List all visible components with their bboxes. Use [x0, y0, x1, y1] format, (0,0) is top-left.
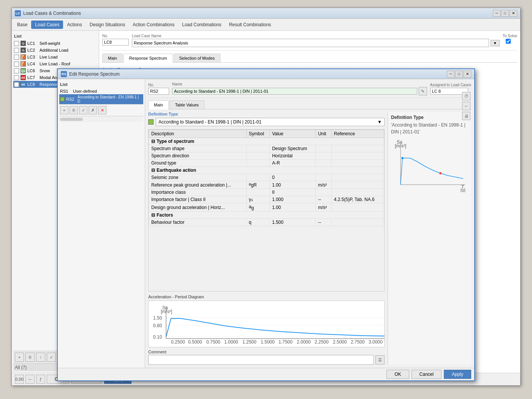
rs-name-edit-btn[interactable]: ✎ [419, 87, 427, 95]
dialog-bottom-buttons: OK Cancel Apply [386, 370, 471, 379]
lc2-checkbox[interactable] [14, 48, 19, 53]
title-bar: LC Load Cases & Combinations ─ □ ✕ [12, 8, 520, 19]
check-button[interactable]: ✓ [47, 353, 56, 362]
def-type-dropdown[interactable]: According to Standard - EN 1998-1 | DIN … [156, 118, 385, 126]
copy-button[interactable]: ⎘ [25, 353, 35, 362]
comment-btn[interactable]: ☰ [375, 355, 385, 364]
lc6-name: Snow [40, 68, 50, 73]
lc1-name: Self-weight [40, 41, 60, 46]
dialog-apply-btn[interactable]: Apply [444, 370, 471, 379]
rt-btn-3[interactable]: 🖨 [462, 112, 470, 120]
load-case-name-input[interactable] [132, 39, 489, 47]
lc8-checkbox[interactable] [14, 82, 19, 87]
to-solve-checkbox[interactable] [506, 39, 511, 44]
svg-text:0.2500: 0.2500 [171, 339, 185, 344]
red-dot [439, 172, 442, 174]
dialog-tab-main[interactable]: Main [148, 100, 169, 109]
menu-load-combinations[interactable]: Load Combinations [178, 21, 225, 29]
behaviour-factor-label: Behaviour factor [149, 219, 247, 226]
list-item-lc1[interactable]: G LC1 Self-weight [13, 40, 97, 47]
list-item-lc3[interactable]: QI A LC3 Live Load [13, 54, 97, 60]
lc7-checkbox[interactable] [14, 75, 19, 80]
dialog-ok-btn[interactable]: OK [386, 370, 409, 379]
export-button[interactable]: ↑ [36, 353, 45, 362]
data-table-container[interactable]: Description Symbol Value Unit Reference [148, 129, 385, 291]
header-row: No. Load Case Name ▼ To Solve [102, 34, 517, 51]
col-reference: Reference [331, 130, 384, 138]
comment-input[interactable] [148, 355, 374, 365]
lc3-num: LC3 [27, 55, 38, 59]
dlg-add-btn[interactable]: + [60, 106, 68, 114]
svg-text:2.5000: 2.5000 [333, 339, 347, 344]
name-section: Load Case Name ▼ [132, 34, 500, 47]
behaviour-factor-symbol: q [246, 219, 269, 226]
rs2-name: According to Standard - EN 1998-1 | D [78, 95, 142, 103]
spectrum-direction-label: Spectrum direction [149, 152, 247, 160]
ref-peak-symbol: agR [246, 181, 269, 189]
dialog-cancel-btn[interactable]: Cancel [412, 370, 442, 379]
lc7-type-icon: AE [21, 75, 26, 80]
dropdown-arrow[interactable]: ▼ [491, 40, 500, 46]
ref-peak-value: 1.00 [269, 181, 315, 189]
table-row: Reference peak ground acceleration |... … [149, 181, 384, 189]
close-button[interactable]: ✕ [510, 10, 517, 17]
table-row: ⊟Factors [149, 212, 384, 219]
svg-text:0.5000: 0.5000 [188, 339, 202, 344]
dialog-tab-table[interactable]: Table Values [169, 100, 204, 109]
dialog-list-toolbar: + ⎘ ✓ ✗ ✕ [59, 104, 143, 116]
definition-type-section: Definition Type According to Standard - … [148, 112, 385, 126]
lc4-checkbox[interactable] [14, 62, 19, 66]
menu-result-combinations[interactable]: Result Combinations [225, 21, 275, 29]
toolbar-btn-2[interactable]: ↔ [25, 375, 35, 384]
info-panel: Definition Type 'According to Standard -… [388, 112, 471, 365]
accel-chart-svg: Sa [m/s²] 1.50 0.80 0.10 0.2500 [150, 302, 385, 344]
minimize-button[interactable]: ─ [493, 10, 500, 17]
menu-design-situations[interactable]: Design Situations [86, 21, 129, 29]
tab-response-spectrum[interactable]: Response Spectrum [124, 54, 173, 63]
toolbar-btn-3[interactable]: ƒ [36, 375, 45, 384]
dlg-delete-btn[interactable]: ✕ [98, 106, 106, 114]
list-item-lc2[interactable]: G LC2 Additional Load [13, 47, 97, 54]
tab-main[interactable]: Main [102, 54, 123, 62]
menu-actions[interactable]: Actions [63, 21, 86, 29]
ref-peak-label: Reference peak ground acceleration |... [149, 181, 247, 189]
dialog-right: No. Name ✎ Assigned to Load Cases Ma [145, 79, 474, 368]
lc3-type-icon: QI A [21, 54, 26, 60]
dialog-list-rs1[interactable]: RS1 User-defined [59, 88, 143, 94]
toolbar-btn-1[interactable]: 0.00 [15, 375, 24, 384]
col-unit: Unit [315, 130, 331, 138]
def-type-label: Definition Type [148, 112, 385, 116]
dlg-copy-btn[interactable]: ⎘ [70, 106, 78, 114]
lc-number-input[interactable] [102, 39, 129, 46]
importance-class-value: II [269, 189, 315, 196]
add-button[interactable]: + [15, 353, 24, 362]
rs-name-input[interactable] [172, 88, 417, 95]
rs-number-input[interactable] [148, 88, 169, 95]
dialog-body: List RS1 User-defined RS2 According to S… [58, 79, 474, 368]
lc3-checkbox[interactable] [14, 55, 19, 60]
comment-row: ☰ [148, 355, 385, 365]
dialog-list-scrollbar[interactable] [59, 116, 143, 122]
list-item-lc4[interactable]: QI A LC4 Live Load - Roof [13, 60, 97, 67]
svg-text:1.50: 1.50 [153, 315, 162, 321]
def-type-arrow: ▼ [377, 119, 382, 125]
lc6-type-icon: Qs [21, 68, 26, 73]
no-name-row: No. Name ✎ Assigned to Load Cases [148, 82, 471, 98]
menu-base[interactable]: Base [13, 21, 31, 29]
dlg-uncheck-btn[interactable]: ✗ [89, 106, 97, 114]
toolbar-left: 0.00 ↔ ƒ [15, 375, 45, 384]
lc1-checkbox[interactable] [14, 41, 19, 46]
col-symbol: Symbol [246, 130, 269, 138]
dlg-check-btn[interactable]: ✓ [79, 106, 87, 114]
dialog-maximize-btn[interactable]: □ [455, 71, 463, 78]
maximize-button[interactable]: □ [501, 10, 509, 17]
dialog-close-btn[interactable]: ✕ [464, 71, 471, 78]
dialog-minimize-btn[interactable]: ─ [447, 71, 454, 78]
dialog-list-rs2[interactable]: RS2 According to Standard - EN 1998-1 | … [59, 94, 143, 104]
table-row: Seismic zone 0 [149, 174, 384, 181]
chart-title: Acceleration - Period Diagram [148, 294, 385, 299]
menu-action-combinations[interactable]: Action Combinations [129, 21, 178, 29]
lc6-checkbox[interactable] [14, 68, 19, 73]
menu-load-cases[interactable]: Load Cases [31, 21, 63, 29]
tab-selection-modes[interactable]: Selection of Modes [174, 54, 221, 62]
